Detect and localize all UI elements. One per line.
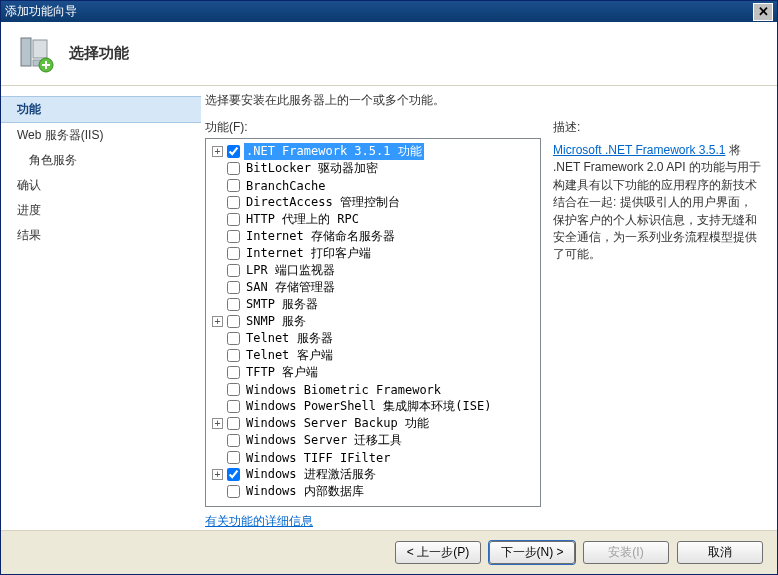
feature-label: SAN 存储管理器	[244, 279, 337, 296]
sidebar-item[interactable]: 确认	[1, 173, 201, 198]
feature-item[interactable]: Windows Server 迁移工具	[208, 432, 538, 449]
expander-icon[interactable]: +	[212, 469, 223, 480]
feature-item[interactable]: Internet 存储命名服务器	[208, 228, 538, 245]
feature-checkbox[interactable]	[227, 230, 240, 243]
feature-checkbox[interactable]	[227, 162, 240, 175]
body: 功能Web 服务器(IIS)角色服务确认进度结果 选择要安装在此服务器上的一个或…	[1, 86, 777, 530]
install-button[interactable]: 安装(I)	[583, 541, 669, 564]
feature-item[interactable]: SAN 存储管理器	[208, 279, 538, 296]
feature-checkbox[interactable]	[227, 451, 240, 464]
feature-checkbox[interactable]	[227, 383, 240, 396]
feature-label: Windows Server 迁移工具	[244, 432, 404, 449]
svg-rect-0	[21, 38, 31, 66]
feature-label: TFTP 客户端	[244, 364, 320, 381]
more-info-row: 有关功能的详细信息	[205, 513, 541, 530]
features-tree[interactable]: +.NET Framework 3.5.1 功能BitLocker 驱动器加密B…	[205, 138, 541, 507]
feature-label: Windows Server Backup 功能	[244, 415, 431, 432]
feature-item[interactable]: Internet 打印客户端	[208, 245, 538, 262]
sidebar-item[interactable]: 角色服务	[1, 148, 201, 173]
feature-item[interactable]: DirectAccess 管理控制台	[208, 194, 538, 211]
more-info-link[interactable]: 有关功能的详细信息	[205, 514, 313, 528]
page-heading: 选择功能	[69, 44, 129, 63]
description-link[interactable]: Microsoft .NET Framework 3.5.1	[553, 143, 726, 157]
wizard-window: 添加功能向导 ✕ 选择功能 功能Web 服务器(IIS)角色服务确认进度结果 选…	[0, 0, 778, 575]
feature-checkbox[interactable]	[227, 349, 240, 362]
feature-item[interactable]: SMTP 服务器	[208, 296, 538, 313]
feature-label: SNMP 服务	[244, 313, 308, 330]
feature-item[interactable]: BitLocker 驱动器加密	[208, 160, 538, 177]
feature-checkbox[interactable]	[227, 485, 240, 498]
features-label: 功能(F):	[205, 119, 541, 136]
window-title: 添加功能向导	[5, 3, 753, 20]
feature-item[interactable]: TFTP 客户端	[208, 364, 538, 381]
feature-checkbox[interactable]	[227, 400, 240, 413]
feature-label: Internet 打印客户端	[244, 245, 373, 262]
feature-checkbox[interactable]	[227, 145, 240, 158]
feature-item[interactable]: +.NET Framework 3.5.1 功能	[208, 143, 538, 160]
feature-item[interactable]: LPR 端口监视器	[208, 262, 538, 279]
description-column: 描述: Microsoft .NET Framework 3.5.1 将 .NE…	[553, 119, 763, 530]
close-button[interactable]: ✕	[753, 3, 773, 21]
feature-item[interactable]: Windows PowerShell 集成脚本环境(ISE)	[208, 398, 538, 415]
cancel-button[interactable]: 取消	[677, 541, 763, 564]
feature-label: Telnet 客户端	[244, 347, 335, 364]
feature-checkbox[interactable]	[227, 196, 240, 209]
description-label: 描述:	[553, 119, 763, 136]
feature-label: Windows Biometric Framework	[244, 383, 443, 397]
feature-label: LPR 端口监视器	[244, 262, 337, 279]
titlebar: 添加功能向导 ✕	[1, 1, 777, 22]
feature-label: .NET Framework 3.5.1 功能	[244, 143, 424, 160]
feature-checkbox[interactable]	[227, 298, 240, 311]
feature-item[interactable]: Windows TIFF IFilter	[208, 449, 538, 466]
feature-label: Windows PowerShell 集成脚本环境(ISE)	[244, 398, 493, 415]
svg-rect-1	[33, 40, 47, 58]
features-column: 功能(F): +.NET Framework 3.5.1 功能BitLocker…	[205, 119, 541, 530]
sidebar-item[interactable]: 功能	[1, 96, 201, 123]
feature-checkbox[interactable]	[227, 179, 240, 192]
feature-label: BitLocker 驱动器加密	[244, 160, 380, 177]
feature-label: Telnet 服务器	[244, 330, 335, 347]
instruction-text: 选择要安装在此服务器上的一个或多个功能。	[205, 92, 763, 109]
feature-label: Internet 存储命名服务器	[244, 228, 397, 245]
expander-icon[interactable]: +	[212, 418, 223, 429]
feature-item[interactable]: +Windows Server Backup 功能	[208, 415, 538, 432]
feature-checkbox[interactable]	[227, 315, 240, 328]
sidebar-item[interactable]: 进度	[1, 198, 201, 223]
feature-item[interactable]: Telnet 服务器	[208, 330, 538, 347]
feature-label: HTTP 代理上的 RPC	[244, 211, 361, 228]
feature-label: BranchCache	[244, 179, 327, 193]
feature-checkbox[interactable]	[227, 332, 240, 345]
feature-checkbox[interactable]	[227, 264, 240, 277]
feature-label: DirectAccess 管理控制台	[244, 194, 402, 211]
description-text: Microsoft .NET Framework 3.5.1 将 .NET Fr…	[553, 142, 763, 264]
previous-button[interactable]: < 上一步(P)	[395, 541, 481, 564]
sidebar-item[interactable]: Web 服务器(IIS)	[1, 123, 201, 148]
feature-item[interactable]: BranchCache	[208, 177, 538, 194]
feature-checkbox[interactable]	[227, 366, 240, 379]
feature-label: Windows 内部数据库	[244, 483, 366, 500]
feature-checkbox[interactable]	[227, 468, 240, 481]
main-panel: 选择要安装在此服务器上的一个或多个功能。 功能(F): +.NET Framew…	[201, 86, 777, 530]
footer: < 上一步(P) 下一步(N) > 安装(I) 取消	[1, 530, 777, 574]
feature-checkbox[interactable]	[227, 417, 240, 430]
feature-item[interactable]: +Windows 进程激活服务	[208, 466, 538, 483]
columns: 功能(F): +.NET Framework 3.5.1 功能BitLocker…	[205, 119, 763, 530]
next-button[interactable]: 下一步(N) >	[489, 541, 575, 564]
header: 选择功能	[1, 22, 777, 86]
feature-label: Windows 进程激活服务	[244, 466, 378, 483]
expander-icon[interactable]: +	[212, 146, 223, 157]
feature-item[interactable]: Telnet 客户端	[208, 347, 538, 364]
feature-item[interactable]: Windows Biometric Framework	[208, 381, 538, 398]
sidebar-item[interactable]: 结果	[1, 223, 201, 248]
feature-checkbox[interactable]	[227, 247, 240, 260]
feature-item[interactable]: Windows 内部数据库	[208, 483, 538, 500]
description-body: 将 .NET Framework 2.0 API 的功能与用于构建具有以下功能的…	[553, 143, 761, 261]
feature-checkbox[interactable]	[227, 434, 240, 447]
feature-label: SMTP 服务器	[244, 296, 320, 313]
feature-checkbox[interactable]	[227, 213, 240, 226]
expander-icon[interactable]: +	[212, 316, 223, 327]
feature-item[interactable]: +SNMP 服务	[208, 313, 538, 330]
sidebar: 功能Web 服务器(IIS)角色服务确认进度结果	[1, 86, 201, 530]
feature-checkbox[interactable]	[227, 281, 240, 294]
feature-item[interactable]: HTTP 代理上的 RPC	[208, 211, 538, 228]
